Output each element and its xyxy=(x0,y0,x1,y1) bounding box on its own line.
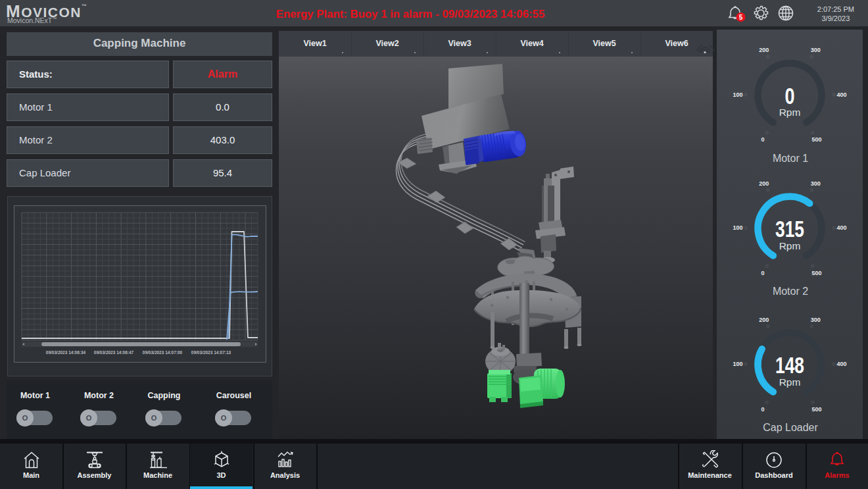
svg-text:0: 0 xyxy=(785,83,795,109)
svg-text:500: 500 xyxy=(811,270,821,276)
svg-text:300: 300 xyxy=(811,180,821,187)
svg-text:300: 300 xyxy=(811,317,821,323)
svg-text:200: 200 xyxy=(759,317,769,323)
svg-text:400: 400 xyxy=(836,361,846,367)
svg-text:Rpm: Rpm xyxy=(779,240,801,251)
svg-text:315: 315 xyxy=(775,216,804,242)
svg-text:Cap Loader: Cap Loader xyxy=(763,422,818,433)
svg-text:5: 5 xyxy=(739,14,743,21)
svg-text:Rpm: Rpm xyxy=(779,376,801,388)
svg-text:500: 500 xyxy=(811,406,821,413)
svg-text:Rpm: Rpm xyxy=(779,107,801,118)
svg-text:100: 100 xyxy=(733,361,742,367)
svg-text:200: 200 xyxy=(759,47,769,53)
svg-text:Motor 2: Motor 2 xyxy=(773,286,808,297)
svg-text:100: 100 xyxy=(733,224,742,231)
svg-text:0: 0 xyxy=(761,406,765,413)
svg-text:0: 0 xyxy=(761,136,765,143)
svg-text:200: 200 xyxy=(759,180,769,187)
svg-text:148: 148 xyxy=(775,352,804,378)
svg-text:500: 500 xyxy=(811,136,821,143)
svg-text:300: 300 xyxy=(811,47,821,53)
svg-text:Motor 1: Motor 1 xyxy=(773,153,808,164)
svg-text:100: 100 xyxy=(733,91,742,98)
svg-text:400: 400 xyxy=(836,91,846,98)
svg-text:0: 0 xyxy=(761,270,765,276)
svg-text:400: 400 xyxy=(836,224,846,231)
